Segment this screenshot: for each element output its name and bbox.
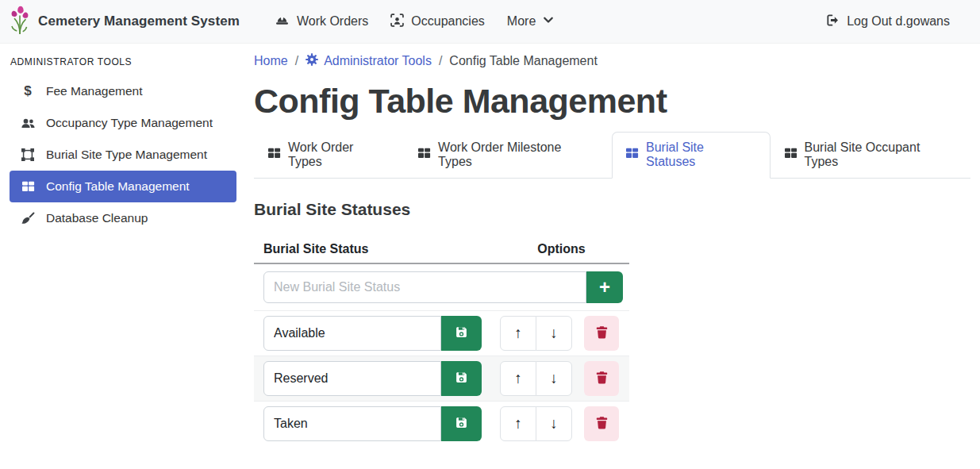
status-input-reserved[interactable] <box>263 361 441 396</box>
logout-icon <box>826 13 840 30</box>
arrow-up-icon: ↑ <box>514 325 522 342</box>
trash-icon <box>595 371 609 386</box>
arrow-up-icon: ↑ <box>514 415 522 432</box>
hard-hat-icon <box>275 13 290 30</box>
move-down-button[interactable]: ↓ <box>536 316 572 351</box>
breadcrumb-separator: / <box>439 54 442 68</box>
tab-burial-site-statuses[interactable]: Burial Site Statuses <box>612 132 770 179</box>
sidebar-item-database-cleanup[interactable]: Database Cleanup <box>10 202 236 234</box>
arrow-down-icon: ↓ <box>550 370 558 387</box>
main-nav: Work Orders Occupancies More <box>263 7 565 37</box>
column-header-options: Options <box>500 242 623 256</box>
breadcrumb-home[interactable]: Home <box>254 54 288 68</box>
app-title: Cemetery Management System <box>38 13 240 29</box>
tab-work-order-types[interactable]: Work Order Types <box>254 132 404 179</box>
new-status-row: + <box>254 264 629 311</box>
move-up-button[interactable]: ↑ <box>500 361 536 396</box>
breadcrumb-administrator-tools[interactable]: Administrator Tools <box>306 53 432 69</box>
trash-icon <box>595 325 609 341</box>
sidebar-item-fee-management[interactable]: $ Fee Management <box>10 75 236 107</box>
sidebar-item-occupancy-type-management[interactable]: Occupancy Type Management <box>10 107 236 139</box>
column-header-burial-site-status: Burial Site Status <box>263 242 500 256</box>
tab-work-order-milestone-types[interactable]: Work Order Milestone Types <box>404 132 612 179</box>
dollar-icon: $ <box>19 83 37 99</box>
table-icon <box>625 147 639 163</box>
table-row: ↑ ↓ <box>254 356 629 402</box>
table-header-row: Burial Site Status Options <box>254 237 629 264</box>
section-heading: Burial Site Statuses <box>254 200 970 219</box>
delete-button[interactable] <box>584 406 619 441</box>
save-icon <box>455 325 468 341</box>
vector-square-icon <box>19 148 37 161</box>
save-button[interactable] <box>441 316 482 351</box>
page-title: Config Table Management <box>254 82 970 121</box>
move-down-button[interactable]: ↓ <box>536 406 572 441</box>
tab-burial-site-occupant-types[interactable]: Burial Site Occupant Types <box>771 132 971 179</box>
nav-work-orders[interactable]: Work Orders <box>263 7 379 37</box>
chevron-down-icon <box>543 14 554 29</box>
delete-button[interactable] <box>584 316 619 351</box>
table-row: ↑ ↓ <box>254 311 629 356</box>
move-up-button[interactable]: ↑ <box>500 406 536 441</box>
breadcrumb-separator: / <box>295 54 298 68</box>
top-navbar: Cemetery Management System Work Orders <box>0 0 980 44</box>
new-status-input[interactable] <box>263 271 586 303</box>
sidebar-section-header: ADMINISTRATOR TOOLS <box>0 50 246 75</box>
users-icon <box>19 117 37 130</box>
status-input-taken[interactable] <box>263 406 441 441</box>
save-icon <box>455 371 468 386</box>
status-input-available[interactable] <box>263 316 441 351</box>
arrow-down-icon: ↓ <box>550 415 558 432</box>
move-up-button[interactable]: ↑ <box>500 316 536 351</box>
sidebar: ADMINISTRATOR TOOLS $ Fee Management Occ… <box>0 44 246 469</box>
trash-icon <box>595 416 609 432</box>
nav-more[interactable]: More <box>496 8 565 35</box>
breadcrumb: Home / <box>254 53 970 69</box>
gear-icon <box>306 53 318 69</box>
save-icon <box>455 416 468 432</box>
nav-occupancies[interactable]: Occupancies <box>379 7 496 37</box>
brand[interactable]: Cemetery Management System <box>10 5 240 38</box>
table-icon <box>417 147 431 163</box>
move-down-button[interactable]: ↓ <box>536 361 572 396</box>
sidebar-item-config-table-management[interactable]: Config Table Management <box>10 171 236 202</box>
add-status-button[interactable]: + <box>586 271 623 303</box>
arrow-down-icon: ↓ <box>550 325 558 342</box>
table-row: ↑ ↓ <box>254 402 629 446</box>
save-button[interactable] <box>441 406 482 441</box>
table-icon <box>19 180 37 193</box>
main-content: Home / <box>246 44 980 469</box>
tulips-logo-icon <box>10 5 30 38</box>
broom-icon <box>19 212 37 225</box>
breadcrumb-current: Config Table Management <box>449 54 598 68</box>
save-button[interactable] <box>441 361 482 396</box>
status-table: Burial Site Status Options + <box>254 237 629 446</box>
sidebar-item-burial-site-type-management[interactable]: Burial Site Type Management <box>10 139 236 171</box>
tab-bar: Work Order Types Work Order Milestone Ty… <box>254 132 970 179</box>
logout-link[interactable]: Log Out d.gowans <box>815 7 961 37</box>
table-icon <box>784 147 797 163</box>
delete-button[interactable] <box>584 361 619 396</box>
arrow-up-icon: ↑ <box>514 370 522 387</box>
person-bounding-box-icon <box>390 13 404 30</box>
table-icon <box>267 147 281 163</box>
